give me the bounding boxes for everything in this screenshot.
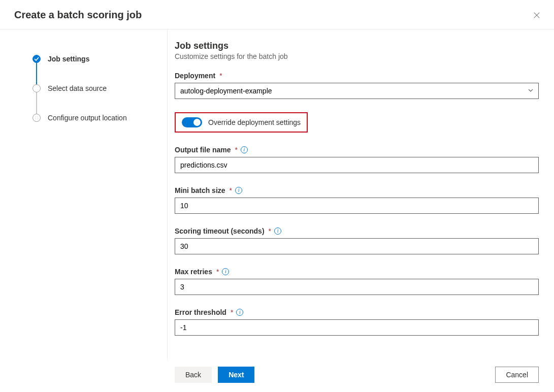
job-settings-form: Job settings Customize settings for the … bbox=[168, 29, 554, 360]
deployment-field: Deployment* bbox=[175, 72, 539, 99]
deployment-select-wrap bbox=[175, 83, 539, 99]
step-indicator-icon bbox=[32, 114, 41, 122]
max-retries-input[interactable] bbox=[175, 279, 539, 295]
field-label: Scoring timeout (seconds)* i bbox=[175, 227, 539, 235]
batch-scoring-dialog: Create a batch scoring job Job settings … bbox=[0, 0, 554, 392]
section-title: Job settings bbox=[175, 41, 539, 51]
back-button[interactable]: Back bbox=[175, 367, 212, 383]
override-toggle[interactable] bbox=[182, 117, 202, 127]
next-button[interactable]: Next bbox=[218, 367, 254, 383]
step-connector bbox=[36, 92, 37, 114]
step-label: Job settings bbox=[48, 55, 89, 63]
toggle-knob bbox=[193, 119, 201, 126]
label-text: Max retries bbox=[175, 268, 212, 276]
step-configure-output[interactable]: Configure output location bbox=[32, 114, 157, 122]
step-label: Configure output location bbox=[48, 114, 127, 122]
label-text: Error threshold bbox=[175, 308, 226, 316]
output-file-name-field: Output file name* i bbox=[175, 146, 539, 173]
wizard-steps-sidebar: Job settings Select data source Configur… bbox=[0, 29, 168, 360]
close-icon[interactable] bbox=[532, 10, 542, 20]
required-asterisk: * bbox=[230, 186, 232, 194]
error-threshold-input[interactable] bbox=[175, 319, 539, 336]
required-asterisk: * bbox=[235, 146, 237, 154]
step-select-data-source[interactable]: Select data source bbox=[32, 84, 157, 92]
label-text: Scoring timeout (seconds) bbox=[175, 227, 265, 235]
info-icon[interactable]: i bbox=[236, 309, 243, 316]
section-subtitle: Customize settings for the batch job bbox=[175, 52, 539, 60]
dialog-title: Create a batch scoring job bbox=[14, 9, 540, 21]
scoring-timeout-input[interactable] bbox=[175, 238, 539, 254]
max-retries-field: Max retries* i bbox=[175, 268, 539, 295]
dialog-footer: Back Next Cancel bbox=[0, 360, 554, 392]
override-toggle-label: Override deployment settings bbox=[208, 118, 301, 126]
required-asterisk: * bbox=[216, 268, 219, 276]
info-icon[interactable]: i bbox=[235, 187, 242, 194]
field-label: Max retries* i bbox=[175, 268, 539, 276]
mini-batch-size-field: Mini batch size* i bbox=[175, 186, 539, 214]
override-deployment-highlight: Override deployment settings bbox=[175, 112, 308, 133]
scoring-timeout-field: Scoring timeout (seconds)* i bbox=[175, 227, 539, 254]
field-label: Output file name* i bbox=[175, 146, 539, 154]
step-indicator-icon bbox=[32, 84, 41, 92]
info-icon[interactable]: i bbox=[241, 146, 248, 153]
required-asterisk: * bbox=[269, 227, 271, 235]
deployment-select[interactable] bbox=[175, 83, 539, 99]
step-connector bbox=[36, 63, 37, 84]
info-icon[interactable]: i bbox=[222, 268, 229, 275]
error-threshold-field: Error threshold* i bbox=[175, 308, 539, 336]
output-file-name-input[interactable] bbox=[175, 157, 539, 173]
required-asterisk: * bbox=[219, 72, 222, 80]
label-text: Deployment bbox=[175, 72, 215, 80]
label-text: Output file name bbox=[175, 146, 231, 154]
dialog-header: Create a batch scoring job bbox=[0, 0, 554, 29]
label-text: Mini batch size bbox=[175, 186, 225, 194]
cancel-button[interactable]: Cancel bbox=[495, 367, 539, 383]
step-indicator-icon bbox=[32, 55, 41, 63]
step-job-settings[interactable]: Job settings bbox=[32, 55, 157, 63]
mini-batch-size-input[interactable] bbox=[175, 198, 539, 214]
dialog-body: Job settings Select data source Configur… bbox=[0, 29, 554, 360]
info-icon[interactable]: i bbox=[274, 227, 281, 235]
step-label: Select data source bbox=[48, 84, 107, 92]
field-label: Error threshold* i bbox=[175, 308, 539, 316]
field-label: Deployment* bbox=[175, 72, 539, 80]
field-label: Mini batch size* i bbox=[175, 186, 539, 194]
required-asterisk: * bbox=[231, 308, 233, 316]
